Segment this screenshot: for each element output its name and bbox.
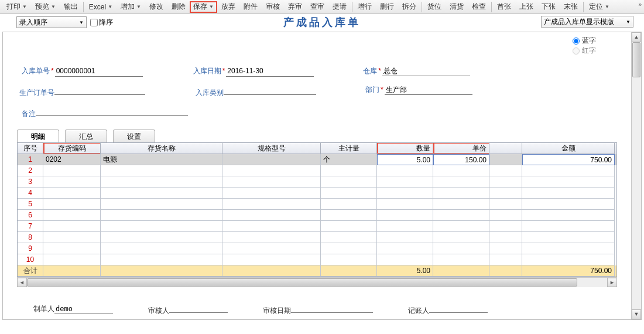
- delrow-button[interactable]: 删行: [376, 1, 398, 13]
- cell-amt[interactable]: [522, 165, 615, 176]
- excel-button[interactable]: Excel▼: [85, 1, 117, 13]
- cell-idx[interactable]: 6: [18, 210, 43, 221]
- cell-code[interactable]: [43, 243, 101, 254]
- cell-spec[interactable]: [222, 221, 321, 232]
- order-select[interactable]: 录入顺序 ▼: [16, 16, 87, 28]
- cell-price[interactable]: [433, 243, 489, 254]
- cell-qty[interactable]: [377, 254, 433, 265]
- cell-spec[interactable]: [222, 254, 321, 265]
- cell-name[interactable]: [101, 188, 222, 199]
- clear-button[interactable]: 清货: [446, 1, 468, 13]
- delete-button[interactable]: 删除: [167, 1, 190, 13]
- cell-idx[interactable]: 10: [18, 254, 43, 265]
- scroll-thumb[interactable]: [27, 278, 577, 287]
- cell-code[interactable]: [43, 232, 101, 243]
- cell-price[interactable]: [433, 176, 489, 188]
- col-idx[interactable]: 序号: [18, 143, 43, 154]
- cell-spec[interactable]: [222, 176, 321, 188]
- cell-qty[interactable]: [377, 243, 433, 254]
- cell-name[interactable]: [101, 165, 222, 176]
- unaudit-button[interactable]: 弃审: [284, 1, 306, 13]
- request-button[interactable]: 提请: [328, 1, 351, 13]
- cell-idx[interactable]: 4: [18, 188, 43, 199]
- cell-idx[interactable]: 9: [18, 243, 43, 254]
- tab-summary[interactable]: 汇总: [65, 129, 107, 142]
- cell-name[interactable]: [101, 254, 222, 265]
- cell-unit[interactable]: [321, 221, 377, 232]
- cell-name[interactable]: [101, 232, 222, 243]
- vertical-scrollbar[interactable]: ▲ ▼: [631, 32, 641, 319]
- ck-field[interactable]: 总仓: [382, 66, 470, 76]
- table-row[interactable]: 10: [18, 254, 616, 265]
- cell-code[interactable]: [43, 210, 101, 221]
- bm-field[interactable]: 生产部: [385, 85, 472, 95]
- add-button[interactable]: 增加▼: [117, 1, 145, 13]
- cell-unit[interactable]: 个: [321, 154, 377, 165]
- cell-amt[interactable]: [522, 221, 615, 232]
- cell-name[interactable]: [101, 243, 222, 254]
- tab-detail[interactable]: 明细: [17, 129, 59, 142]
- rkdh-field[interactable]: 0000000001: [55, 67, 143, 77]
- cell-code[interactable]: 0202: [43, 154, 101, 165]
- scroll-left-icon[interactable]: ◄: [17, 278, 27, 287]
- preview-button[interactable]: 预览▼: [31, 1, 60, 13]
- cell-idx[interactable]: 7: [18, 221, 43, 232]
- table-row[interactable]: 10202电源个5.00150.00750.00: [18, 154, 616, 165]
- cell-idx[interactable]: 5: [18, 199, 43, 210]
- cell-spec[interactable]: [222, 154, 321, 165]
- cell-code[interactable]: [43, 199, 101, 210]
- red-radio[interactable]: 红字: [573, 46, 596, 56]
- table-row[interactable]: 5: [18, 199, 616, 210]
- cell-qty[interactable]: [377, 165, 433, 176]
- cell-code[interactable]: [43, 221, 101, 232]
- cell-qty[interactable]: [377, 199, 433, 210]
- scdd-field[interactable]: [54, 85, 145, 95]
- split-button[interactable]: 拆分: [398, 1, 420, 13]
- cell-price[interactable]: [433, 188, 489, 199]
- cell-name[interactable]: [101, 210, 222, 221]
- table-row[interactable]: 4: [18, 188, 616, 199]
- cell-spec[interactable]: [222, 165, 321, 176]
- edit-button[interactable]: 修改: [145, 1, 167, 13]
- cell-code[interactable]: [43, 188, 101, 199]
- cell-unit[interactable]: [321, 243, 377, 254]
- cell-unit[interactable]: [321, 199, 377, 210]
- save-button[interactable]: 保存▼: [190, 1, 217, 13]
- cell-spec[interactable]: [222, 243, 321, 254]
- cell-amt[interactable]: [522, 188, 615, 199]
- cell-qty[interactable]: [377, 176, 433, 188]
- first-button[interactable]: 首张: [493, 1, 515, 13]
- cell-unit[interactable]: [321, 254, 377, 265]
- cell-price[interactable]: [433, 221, 489, 232]
- cell-unit[interactable]: [321, 232, 377, 243]
- prev-button[interactable]: 上张: [515, 1, 537, 13]
- table-row[interactable]: 9: [18, 243, 616, 254]
- cell-name[interactable]: [101, 199, 222, 210]
- cell-price[interactable]: 150.00: [433, 154, 489, 165]
- col-name[interactable]: 存货名称: [101, 143, 222, 154]
- locate-button[interactable]: 定位▼: [585, 1, 614, 13]
- cell-price[interactable]: [433, 254, 489, 265]
- cell-price[interactable]: [433, 199, 489, 210]
- cell-idx[interactable]: 2: [18, 165, 43, 176]
- bz-field[interactable]: [36, 106, 188, 116]
- cell-amt[interactable]: [522, 210, 615, 221]
- cell-qty[interactable]: [377, 210, 433, 221]
- cell-idx[interactable]: 3: [18, 176, 43, 188]
- cell-qty[interactable]: [377, 232, 433, 243]
- cell-spec[interactable]: [222, 188, 321, 199]
- table-row[interactable]: 6: [18, 210, 616, 221]
- table-row[interactable]: 3: [18, 176, 616, 188]
- cell-qty[interactable]: [377, 221, 433, 232]
- cell-spec[interactable]: [222, 232, 321, 243]
- cell-name[interactable]: [101, 176, 222, 188]
- cell-idx[interactable]: 1: [18, 154, 43, 165]
- output-button[interactable]: 输出: [60, 1, 82, 13]
- last-button[interactable]: 末张: [560, 1, 582, 13]
- col-spec[interactable]: 规格型号: [222, 143, 321, 154]
- cell-amt[interactable]: 750.00: [522, 154, 615, 165]
- cell-amt[interactable]: [522, 176, 615, 188]
- desc-checkbox[interactable]: 降序: [90, 18, 113, 28]
- col-qty[interactable]: 数量: [377, 143, 433, 154]
- horizontal-scrollbar[interactable]: ◄ ►: [17, 277, 617, 287]
